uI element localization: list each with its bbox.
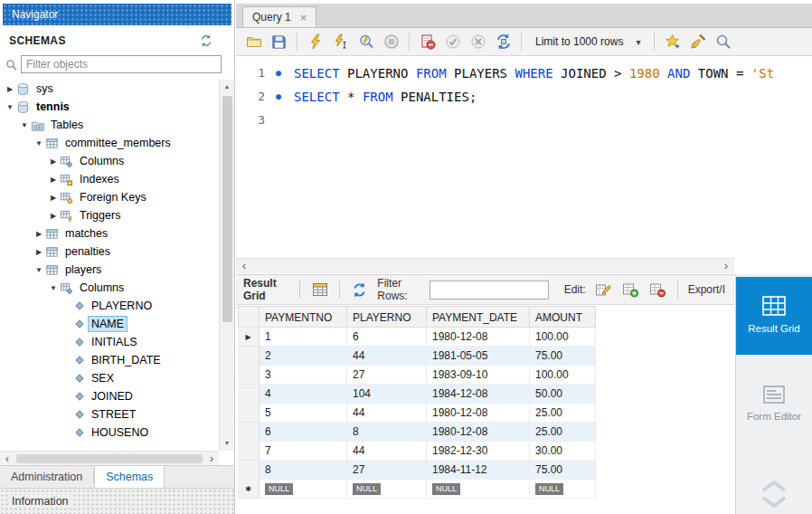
tree-item-matches[interactable]: ▶matches bbox=[0, 224, 219, 243]
grid-cell[interactable]: 1 bbox=[260, 328, 347, 347]
grid-column-header[interactable]: AMOUNT bbox=[530, 306, 596, 328]
tree-item-penalties[interactable]: ▶penalties bbox=[0, 243, 219, 261]
tree-item-triggers[interactable]: ▶Triggers bbox=[0, 206, 219, 224]
grid-cell[interactable]: 6 bbox=[347, 328, 427, 347]
tree-vertical-scrollbar[interactable]: ▲ ▼ bbox=[219, 80, 234, 451]
grid-cell[interactable]: 5 bbox=[260, 404, 347, 423]
row-selector[interactable] bbox=[238, 442, 260, 461]
row-selector[interactable] bbox=[238, 461, 260, 480]
scroll-down-icon[interactable]: ▼ bbox=[220, 436, 234, 451]
grid-cell[interactable]: 100.00 bbox=[530, 328, 596, 347]
tree-item-tables[interactable]: ▼Tables bbox=[0, 116, 219, 134]
grid-cell[interactable]: 104 bbox=[347, 385, 427, 404]
collapse-icon[interactable]: ▼ bbox=[18, 121, 31, 129]
tree-horizontal-scrollbar[interactable]: ‹ › bbox=[0, 451, 219, 465]
grid-row[interactable]: 3271983-09-10100.00 bbox=[238, 366, 734, 385]
scrollbar-thumb[interactable] bbox=[16, 454, 203, 463]
grid-cell[interactable]: 25.00 bbox=[530, 423, 596, 442]
expand-icon[interactable]: ▶ bbox=[33, 230, 45, 238]
refresh-grid-button[interactable] bbox=[348, 279, 371, 301]
execute-current-statement-button[interactable] bbox=[329, 31, 352, 53]
grid-cell[interactable]: 44 bbox=[347, 347, 427, 366]
tree-item-players[interactable]: ▼players bbox=[0, 261, 219, 279]
grid-cell[interactable]: 1981-05-05 bbox=[427, 347, 530, 366]
row-selector[interactable] bbox=[238, 347, 260, 366]
expand-icon[interactable]: ▶ bbox=[47, 176, 60, 184]
tree-item-birth-date[interactable]: BIRTH_DATE bbox=[0, 351, 219, 369]
stop-button[interactable] bbox=[380, 31, 402, 53]
editor-horizontal-scrollbar[interactable]: ‹ › bbox=[236, 258, 734, 273]
grid-cell[interactable]: 1983-09-10 bbox=[427, 366, 530, 385]
expand-icon[interactable]: ▶ bbox=[33, 248, 45, 256]
tree-item-foreign-keys[interactable]: ▶Foreign Keys bbox=[0, 188, 219, 206]
rollback-button[interactable] bbox=[467, 31, 489, 53]
tree-item-columns[interactable]: ▼Columns bbox=[0, 279, 219, 297]
grid-cell-null[interactable]: NULL bbox=[260, 480, 347, 499]
grid-view-button[interactable] bbox=[308, 279, 331, 301]
tree-item-sex[interactable]: SEX bbox=[0, 369, 219, 387]
current-row-marker[interactable]: ▶ bbox=[238, 328, 260, 347]
grid-cell[interactable]: 1984-12-08 bbox=[427, 385, 530, 404]
commit-button[interactable] bbox=[441, 31, 464, 53]
grid-cell[interactable]: 1980-12-08 bbox=[427, 328, 530, 347]
form-editor-view-button[interactable]: Form Editor bbox=[736, 366, 812, 443]
grid-column-header[interactable]: PLAYERNO bbox=[347, 306, 427, 328]
grid-cell-null[interactable]: NULL bbox=[427, 480, 530, 499]
refresh-schemas-button[interactable] bbox=[200, 34, 212, 47]
collapse-icon[interactable]: ▼ bbox=[33, 139, 45, 148]
close-tab-icon[interactable]: × bbox=[300, 12, 307, 24]
grid-cell[interactable]: 50.00 bbox=[530, 385, 596, 404]
filter-objects-input[interactable] bbox=[21, 55, 222, 73]
collapse-icon[interactable]: ▼ bbox=[33, 266, 45, 274]
grid-cell[interactable]: 27 bbox=[347, 366, 427, 385]
grid-cell-null[interactable]: NULL bbox=[347, 480, 427, 499]
grid-row[interactable]: 41041984-12-0850.00 bbox=[238, 385, 734, 404]
collapse-icon[interactable]: ▼ bbox=[4, 103, 16, 111]
grid-row[interactable]: ▶161980-12-08100.00 bbox=[238, 328, 734, 347]
tree-item-initials[interactable]: INITIALS bbox=[0, 333, 219, 351]
save-snippet-button[interactable] bbox=[661, 31, 684, 53]
expand-icon[interactable]: ▶ bbox=[47, 194, 60, 202]
grid-cell[interactable]: 25.00 bbox=[530, 404, 596, 423]
scroll-right-icon[interactable]: › bbox=[718, 260, 734, 272]
grid-cell[interactable]: 75.00 bbox=[530, 347, 596, 366]
row-selector[interactable] bbox=[238, 385, 260, 404]
execute-button[interactable] bbox=[304, 31, 326, 53]
save-script-button[interactable] bbox=[268, 31, 290, 53]
grid-cell-null[interactable]: NULL bbox=[530, 480, 596, 499]
scroll-left-icon[interactable]: ‹ bbox=[236, 260, 252, 272]
tree-item-columns[interactable]: ▶Columns bbox=[0, 152, 219, 170]
tree-item-committee-members[interactable]: ▼committee_members bbox=[0, 134, 219, 152]
scroll-left-icon[interactable]: ‹ bbox=[0, 452, 14, 465]
grid-cell[interactable]: 7 bbox=[260, 442, 347, 461]
grid-cell[interactable]: 1980-12-08 bbox=[427, 404, 530, 423]
result-grid-view-button[interactable]: Result Grid bbox=[736, 277, 812, 355]
collapse-icon[interactable]: ▼ bbox=[47, 284, 60, 292]
grid-new-row[interactable]: ✱NULLNULLNULLNULL bbox=[238, 480, 734, 499]
limit-rows-dropdown[interactable]: Limit to 1000 rows ▾ bbox=[528, 33, 647, 50]
grid-row[interactable]: 5441980-12-0825.00 bbox=[238, 404, 734, 423]
beautify-script-button[interactable] bbox=[686, 31, 709, 53]
expand-icon[interactable]: ▶ bbox=[47, 212, 60, 220]
code-line[interactable]: 3 bbox=[236, 109, 812, 132]
tree-item-joined[interactable]: JOINED bbox=[0, 387, 219, 405]
chevron-up-icon[interactable] bbox=[759, 478, 789, 494]
scroll-right-icon[interactable]: › bbox=[204, 452, 219, 465]
grid-cell[interactable]: 75.00 bbox=[530, 461, 596, 480]
tab-query-1[interactable]: Query 1 × bbox=[242, 6, 316, 27]
grid-row[interactable]: 681980-12-0825.00 bbox=[238, 423, 734, 442]
tree-item-indexes[interactable]: ▶Indexes bbox=[0, 170, 219, 188]
row-selector[interactable] bbox=[238, 423, 260, 442]
chevron-down-icon[interactable] bbox=[759, 494, 789, 510]
grid-row[interactable]: 8271984-11-1275.00 bbox=[238, 461, 734, 480]
edit-record-button[interactable] bbox=[592, 279, 615, 301]
tree-item-houseno[interactable]: HOUSENO bbox=[0, 424, 219, 442]
scrollbar-thumb[interactable] bbox=[222, 96, 232, 322]
find-button[interactable] bbox=[712, 31, 734, 53]
tree-item-tennis[interactable]: ▼tennis bbox=[0, 98, 219, 116]
autocommit-toggle-button[interactable] bbox=[492, 31, 515, 53]
grid-cell[interactable]: 1982-12-30 bbox=[427, 442, 530, 461]
insert-row-button[interactable] bbox=[619, 279, 642, 301]
expand-icon[interactable]: ▶ bbox=[47, 157, 60, 166]
stop-on-error-toggle-button[interactable] bbox=[416, 31, 439, 53]
